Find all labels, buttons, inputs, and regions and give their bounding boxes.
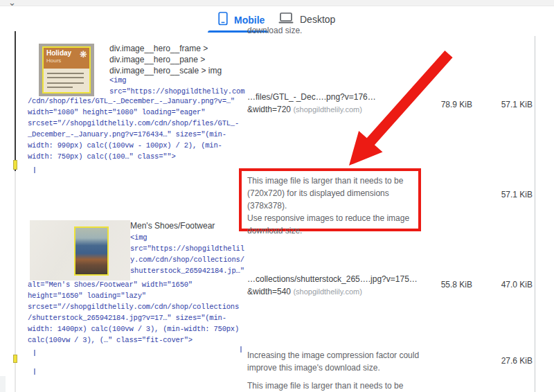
potential-savings-value: 27.6 KiB <box>483 356 533 366</box>
audit-description: This image file is larger than it needs … <box>247 380 403 392</box>
node-snippet-body[interactable]: alt="Men's Shoes/Footwear" width="1650"h… <box>28 279 239 346</box>
clipped-row-tick <box>34 167 35 173</box>
thumbnail-header: Holiday Hours ❋ <box>44 48 89 69</box>
text-line: height="1650" loading="lazy" <box>28 290 239 301</box>
text-line: (720x720) for its displayed dimensions (… <box>247 187 418 212</box>
clipped-thumbnail-sliver <box>13 355 17 363</box>
text-line: <img <box>130 232 244 243</box>
node-label: Men's Shoes/Footwear <box>130 221 215 231</box>
clipped-row-tick <box>34 368 35 375</box>
thumbnail-subtitle: Hours <box>46 57 61 64</box>
node-selector: div.image__hero__frame >div.image__hero_… <box>109 43 222 76</box>
table-right-border <box>535 36 535 392</box>
text-line: alt="Men's Shoes/Footwear" width="1650" <box>28 279 239 290</box>
text-line: width: 750px) calc((100…" class=""> <box>28 151 239 162</box>
audit-description: This image file is larger than it needs … <box>247 175 418 237</box>
thumbnail-text-line <box>47 87 73 88</box>
resource-url-line2[interactable]: &width=720 (shopgildthelily.com) <box>247 105 362 114</box>
url-query: &width=720 <box>247 105 291 114</box>
thumbnail-text-line <box>47 73 84 74</box>
resource-size-value: 78.9 KiB <box>422 100 472 109</box>
clipped-thumbnail-sliver <box>13 160 17 170</box>
url-host: (shopgildthelily.com) <box>293 287 361 296</box>
text-line: Use responsive images to reduce the imag… <box>247 212 418 224</box>
text-line: width: 990px) calc((100vw - 100px) / 2),… <box>28 140 239 151</box>
text-line: width: 1400px) calc(100vw / 3), (min-wid… <box>28 323 239 335</box>
node-snippet-body[interactable]: /cdn/shop/files/GTL_-_December_-_January… <box>28 96 239 162</box>
laptop-icon <box>278 12 294 26</box>
thumbnail-text-line <box>47 82 84 84</box>
tab-desktop[interactable]: Desktop <box>278 12 335 26</box>
clipped-row-tick <box>34 350 35 356</box>
text-line: shutterstock_265942184.jp…" <box>130 265 244 276</box>
thumbnail-holiday-hours: Holiday Hours ❋ <box>39 44 94 96</box>
potential-savings-value: 57.1 KiB <box>483 190 533 199</box>
text-line: srcset="//shopgildthelily.com/cdn/shop/f… <box>28 118 239 129</box>
node-snippet-intro[interactable]: <imgsrc="https://shopgildthelily.com/cdn… <box>130 232 244 276</box>
resource-size-value: 55.8 KiB <box>422 280 472 289</box>
text-line: src="https://shopgildthelil <box>130 243 244 254</box>
audit-description: Increasing the image compression factor … <box>247 349 419 374</box>
node-snippet-intro[interactable]: <imgsrc="https://shopgildthelily.com <box>109 75 244 97</box>
resource-url-line2[interactable]: &width=540 (shopgildthelily.com) <box>247 287 362 296</box>
text-line: div.image__hero__pane > <box>109 54 222 65</box>
text-line: calc(100vw / 3), (…" class="fit-cover"> <box>28 335 239 346</box>
snowflake-icon: ❋ <box>80 49 87 60</box>
thumbnail-title: Holiday <box>46 50 71 57</box>
element-highlight-box: Holiday Hours ❋ <box>42 46 91 93</box>
text-line: y.com/cdn/shop/collections/ <box>130 254 244 265</box>
text-line: width="1080" height="1080" loading="eage… <box>28 107 239 118</box>
text-line: This image file is larger than it needs … <box>247 175 418 187</box>
text-line: div.image__hero__frame > <box>109 43 222 54</box>
thumbnail-mens-shoes <box>30 220 130 280</box>
smartphone-icon <box>218 12 228 28</box>
annotation-highlight-box: This image file is larger than it needs … <box>239 168 421 231</box>
text-line: improve this image's download size. <box>247 362 419 374</box>
text-line: /cdn/shop/files/GTL_-_December_-_January… <box>28 96 239 107</box>
text-line: Increasing the image compression factor … <box>247 349 419 362</box>
potential-savings-value: 47.0 KiB <box>483 280 533 289</box>
clipped-row-tick <box>240 346 242 353</box>
bottom-left-gutter <box>0 376 6 392</box>
thumbnail-text-line <box>47 77 84 78</box>
resource-url-line1[interactable]: …collections/shutterstock_265….jpg?v=175… <box>247 274 418 284</box>
resource-url-line1[interactable]: …files/GTL_-_Dec….png?v=176… <box>247 92 376 102</box>
text-line: download size. <box>247 224 418 237</box>
left-scrollbar-thumb[interactable] <box>15 31 16 171</box>
lighthouse-report-panel: ⌄ Mobile Desktop download size. Holi <box>0 0 554 392</box>
chevron-down-icon[interactable]: ⌄ <box>8 0 16 8</box>
url-query: &width=540 <box>247 287 291 296</box>
text-line: srcset="//shopgildthelily.com/cdn/shop/c… <box>28 301 239 312</box>
text-line: _December_-_January.png?v=176434…" sizes… <box>28 129 239 140</box>
top-bar: ⌄ <box>0 0 554 6</box>
text-line: /shutterstock_265942184.jpg?v=17…" sizes… <box>28 312 239 323</box>
tab-mobile-label: Mobile <box>234 15 265 26</box>
url-host: (shopgildthelily.com) <box>293 105 361 114</box>
tab-desktop-label: Desktop <box>300 14 335 25</box>
potential-savings-value: 57.1 KiB <box>483 100 533 109</box>
clipped-row-text: download size. <box>247 26 302 35</box>
text-line: This image file is larger than it needs … <box>247 380 403 392</box>
element-highlight-box <box>74 226 109 276</box>
text-line: <img <box>109 75 244 86</box>
